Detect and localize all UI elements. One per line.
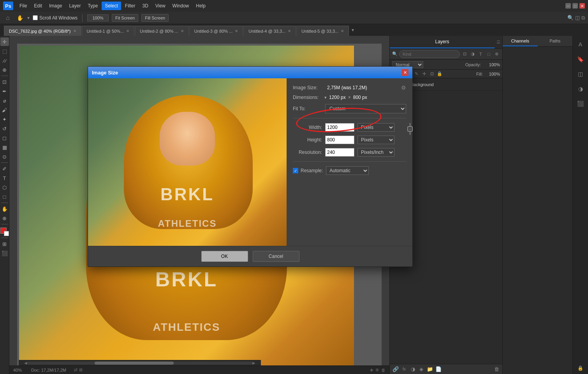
arrange-btn[interactable]: ⧉	[581, 15, 585, 21]
libraries-btn[interactable]: 🔖	[574, 52, 588, 66]
paths-tab[interactable]: Paths	[538, 36, 573, 46]
pen-tool[interactable]: ✐	[0, 164, 9, 173]
menu-type[interactable]: Type	[85, 2, 101, 10]
filter-type-btn[interactable]: T	[477, 51, 484, 58]
new-layer-btn[interactable]: 📄	[435, 366, 442, 373]
quick-mask-tool[interactable]: ⊞	[0, 240, 9, 248]
width-input[interactable]	[325, 123, 354, 132]
brush-tool[interactable]: 🖌	[0, 106, 9, 114]
resolution-unit-select[interactable]: Pixels/Inch Pixels/Centimeter	[357, 148, 394, 157]
arrange-docs-btn[interactable]: ⇄	[74, 367, 77, 372]
color-swatches-btn[interactable]: ⬛	[574, 97, 588, 111]
tab-1[interactable]: Untitled-1 @ 50%... ✕	[82, 26, 135, 36]
screen-mode-tool[interactable]: ⬛	[0, 249, 9, 258]
healing-brush-tool[interactable]: ⌀	[0, 96, 9, 105]
zoom-tool[interactable]: ⊕	[0, 214, 9, 222]
crop-tool[interactable]: ⊡	[0, 78, 9, 86]
lasso-tool[interactable]: ⌭	[0, 56, 9, 65]
menu-layer[interactable]: Layer	[66, 2, 84, 10]
menu-select[interactable]: Select	[102, 2, 121, 10]
add-layer-btn[interactable]: ⊕	[375, 367, 379, 372]
eyedropper-tool[interactable]: ✒	[0, 87, 9, 95]
scroll-right-btn[interactable]: ▶	[252, 361, 255, 365]
menu-edit[interactable]: Edit	[31, 2, 45, 10]
dialog-close-btn[interactable]: ✕	[401, 69, 408, 76]
tab-5[interactable]: Untitled-5 @ 33,3... ✕	[296, 26, 349, 36]
learn-panel-btn[interactable]: A	[574, 37, 588, 51]
maximize-btn[interactable]: □	[572, 3, 578, 9]
tab-overflow-btn[interactable]: ▾	[349, 27, 356, 33]
link-layers-btn[interactable]: 🔗	[392, 366, 399, 373]
filter-adjustment-btn[interactable]: ◑	[470, 51, 476, 58]
lock-position-btn[interactable]: ✛	[421, 71, 427, 77]
resolution-input[interactable]	[325, 148, 354, 157]
type-tool[interactable]: T	[0, 174, 9, 182]
tab-layers[interactable]: Layers	[390, 36, 495, 48]
scroll-all-checkbox[interactable]	[33, 15, 38, 20]
selection-tool[interactable]: ⬚	[0, 47, 9, 55]
new-group-btn[interactable]: 📁	[426, 366, 433, 373]
tool-arrow-down[interactable]: ▾	[27, 15, 30, 21]
layer-comps-btn[interactable]: ◈	[370, 367, 373, 372]
filter-shape-btn[interactable]: □	[486, 51, 492, 58]
resample-checkbox-container[interactable]: ✓ Resample:	[293, 168, 323, 173]
filter-smart-btn[interactable]: ⊕	[493, 51, 500, 58]
path-select-tool[interactable]: ⬡	[0, 183, 9, 192]
properties-btn[interactable]: ◫	[574, 67, 588, 81]
tab-0[interactable]: DSC_7632.jpg @ 40% (RGB/8*) ✕	[4, 26, 81, 36]
gradient-tool[interactable]: ▦	[0, 143, 9, 152]
cancel-button[interactable]: Cancel	[253, 251, 299, 262]
fill-screen-btn[interactable]: Fill Screen	[141, 14, 169, 22]
delete-layer-btn-2[interactable]: 🗑	[493, 366, 500, 373]
dodge-tool[interactable]: ⊙	[0, 152, 9, 161]
height-unit-select[interactable]: Pixels Inches Centimeters Percent	[357, 136, 394, 144]
lock-pixels-btn[interactable]: ✎	[413, 71, 419, 77]
delete-layer-btn[interactable]: 🗑	[381, 368, 386, 372]
fit-to-select[interactable]: Custom Original Size Web	[325, 104, 406, 113]
scroll-track[interactable]	[27, 362, 252, 365]
scroll-all-checkbox-container[interactable]: Scroll All Windows	[33, 15, 77, 21]
minimize-btn[interactable]: ─	[565, 3, 571, 9]
tab-2-close[interactable]: ✕	[181, 29, 184, 33]
tab-1-close[interactable]: ✕	[126, 29, 129, 33]
scroll-left-btn[interactable]: ◀	[24, 361, 27, 365]
fit-screen-btn[interactable]: Fit Screen	[112, 14, 138, 22]
settings-gear-icon[interactable]: ⚙	[401, 85, 406, 91]
move-tool[interactable]: ✛	[0, 37, 9, 46]
lock-all-btn[interactable]: 🔒	[437, 71, 443, 77]
ok-button[interactable]: OK	[201, 251, 248, 262]
menu-file[interactable]: File	[16, 2, 30, 10]
review-btn[interactable]: ◫	[575, 15, 580, 21]
hand-tool[interactable]: ✋	[0, 205, 9, 213]
background-color[interactable]	[4, 231, 9, 236]
tab-3-close[interactable]: ✕	[235, 29, 238, 33]
menu-3d[interactable]: 3D	[139, 2, 151, 10]
color-swatches[interactable]	[0, 228, 9, 236]
resample-checkbox[interactable]: ✓	[293, 168, 298, 173]
height-input[interactable]	[325, 136, 354, 144]
close-btn[interactable]: ✕	[579, 3, 585, 9]
add-mask-btn[interactable]: ◑	[409, 366, 416, 373]
chain-link-icon[interactable]: ∞	[407, 126, 413, 132]
resample-method-select[interactable]: Automatic Preserve Details Bicubic Bilin…	[326, 166, 369, 175]
channels-tab[interactable]: Channels	[503, 36, 538, 46]
zoom-input[interactable]	[87, 14, 109, 21]
proof-colors-btn[interactable]: ⊠	[79, 367, 83, 372]
tab-0-close[interactable]: ✕	[73, 29, 76, 33]
adjustments-btn[interactable]: ◑	[574, 82, 588, 96]
tab-2[interactable]: Untitled-2 @ 80% ... ✕	[135, 26, 189, 36]
dimensions-chevron[interactable]: ▾	[324, 95, 327, 100]
home-btn[interactable]: ⌂	[3, 13, 12, 23]
history-brush-tool[interactable]: ↺	[0, 124, 9, 133]
shape-tool[interactable]: □	[0, 192, 9, 201]
lock-artboard-btn[interactable]: ⊡	[429, 71, 435, 77]
clone-stamp-tool[interactable]: ✦	[0, 115, 9, 123]
quick-select-tool[interactable]: ⊕	[0, 65, 9, 74]
panel-menu-btn[interactable]: ☰	[496, 40, 500, 45]
eraser-tool[interactable]: ◻	[0, 134, 9, 142]
tab-4-close[interactable]: ✕	[288, 29, 291, 33]
search-btn[interactable]: 🔍	[567, 15, 574, 21]
menu-image[interactable]: Image	[46, 2, 65, 10]
filter-pixel-btn[interactable]: ⊡	[461, 51, 468, 58]
dialog-titlebar[interactable]: Image Size ✕	[88, 67, 412, 78]
